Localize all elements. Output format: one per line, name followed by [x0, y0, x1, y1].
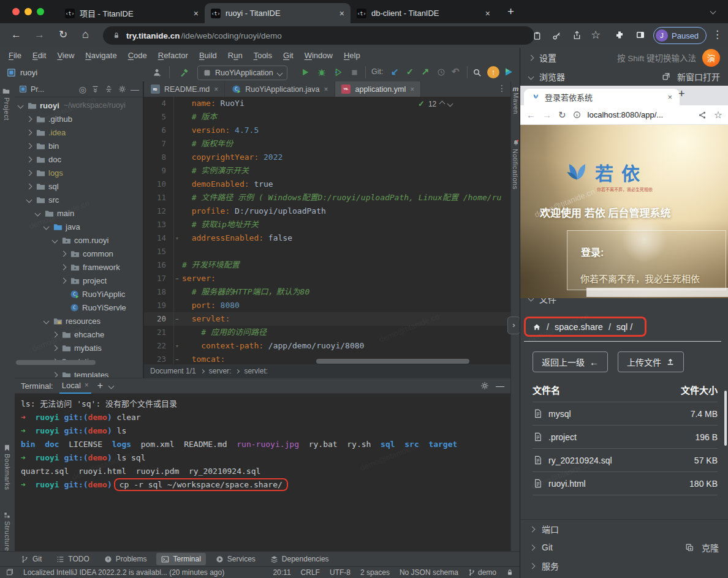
preview-back-icon[interactable]: ←	[526, 110, 536, 120]
upload-button[interactable]: 上传文件	[618, 351, 684, 372]
new-terminal-icon[interactable]: +	[97, 380, 103, 391]
tree-chevron-icon[interactable]	[52, 331, 58, 337]
clipboard-icon[interactable]	[532, 31, 542, 40]
file-row[interactable]: .project196 B	[533, 426, 718, 449]
section-action[interactable]: 克隆	[702, 541, 719, 554]
extensions-puzzle-icon[interactable]	[615, 30, 624, 40]
home-icon[interactable]: ⌂	[82, 29, 89, 40]
build-hammer-icon[interactable]	[179, 67, 189, 77]
toolwindow-services[interactable]: Services	[211, 553, 260, 565]
tree-item-RuoYiApplic[interactable]: CRuoYiApplic	[15, 287, 143, 301]
tree-item-templates[interactable]: templates	[15, 368, 143, 377]
tree-chevron-icon[interactable]	[52, 345, 58, 351]
files-breadcrumb[interactable]: / space.share / sql /	[524, 317, 646, 337]
home-icon[interactable]	[532, 322, 541, 332]
section-settings[interactable]: 设置 按 Shift 键切换输入法 演	[520, 48, 728, 67]
open-new-window-label[interactable]: 新窗口打开	[677, 70, 720, 83]
menu-refactor[interactable]: Refactor	[153, 49, 193, 62]
browser-tab[interactable]: ‹t›db-client - TitanIDE×	[351, 3, 496, 23]
terminal-tab-close-icon[interactable]: ×	[85, 381, 89, 389]
editor-tab-close-icon[interactable]: ×	[410, 85, 414, 94]
url-bar[interactable]: try.titanide.cn/ide/web/coding/ruoyi/dem…	[103, 26, 534, 45]
file-row[interactable]: mysql7.4 MB	[533, 402, 718, 426]
side-panel-icon[interactable]	[635, 30, 645, 40]
project-widget-label[interactable]: ruoyi	[20, 68, 37, 77]
coverage-icon[interactable]	[333, 67, 343, 77]
code-line[interactable]: 16# 开发环境配置	[144, 258, 510, 272]
tree-hscrollbar[interactable]	[16, 360, 96, 365]
profile-paused-chip[interactable]: J Paused	[653, 27, 707, 44]
tree-item-project[interactable]: project	[15, 274, 143, 287]
tree-item-logs[interactable]: logs	[15, 166, 143, 179]
section-服务[interactable]: 服务	[520, 557, 728, 575]
git-push-icon[interactable]: ↗	[422, 66, 430, 77]
code-line[interactable]: 4name: RuoYi	[144, 97, 510, 110]
update-notification-icon[interactable]: ↑	[487, 66, 499, 78]
code-line[interactable]: 9# 实例演示开关	[144, 164, 510, 178]
tree-chevron-icon[interactable]	[26, 170, 32, 176]
code-line[interactable]: 6version: 4.7.5	[144, 124, 510, 137]
key-icon[interactable]	[552, 31, 561, 40]
tree-chevron-icon[interactable]	[26, 197, 32, 203]
tree-item-com.ruoyi[interactable]: com.ruoyi	[15, 233, 143, 247]
tree-chevron-icon[interactable]	[61, 277, 67, 283]
crumb-folder[interactable]: space.share	[555, 322, 603, 332]
status-message[interactable]: Localized IntelliJ IDEA 2022.2.2 is avai…	[23, 568, 224, 577]
code-line[interactable]: 13# 获取ip地址开关	[144, 218, 510, 231]
code-line[interactable]: 20−servlet:	[144, 312, 510, 326]
status-item[interactable]: 2 spaces	[360, 568, 390, 577]
login-input[interactable]	[586, 288, 728, 297]
tree-chevron-icon[interactable]	[26, 129, 32, 135]
tab-list-chevron-icon[interactable]	[710, 9, 716, 15]
editor-tab-close-icon[interactable]: ×	[324, 85, 328, 94]
hide-panel-icon[interactable]: —	[131, 84, 139, 94]
tree-item-mybatis[interactable]: mybatis	[15, 341, 143, 355]
code-line[interactable]: 11# 文件路径 示例 ( Windows配置D:/ruoyi/uploadPa…	[144, 191, 510, 205]
forward-icon[interactable]: →	[34, 29, 45, 40]
tab-close-icon[interactable]: ×	[339, 9, 344, 18]
status-item[interactable]: UTF-8	[330, 568, 351, 577]
git-update-icon[interactable]: ↙	[391, 66, 399, 77]
preview-star-icon[interactable]: ☆	[714, 109, 722, 121]
tree-chevron-icon[interactable]	[26, 183, 32, 189]
tab-close-icon[interactable]: ×	[485, 9, 490, 18]
status-window-icon[interactable]	[6, 568, 13, 577]
editor-tab-close-icon[interactable]: ×	[214, 85, 218, 94]
demo-badge[interactable]: 演	[702, 49, 720, 67]
code-line[interactable]: 15	[144, 245, 510, 258]
tree-item-src[interactable]: src	[15, 193, 143, 206]
user-icon[interactable]	[152, 67, 162, 77]
inspections-widget[interactable]: ✓ 12	[418, 99, 452, 108]
browser-tab[interactable]: ‹t›ruoyi - TitanIDE×	[205, 3, 351, 23]
tree-chevron-icon[interactable]	[35, 210, 41, 216]
terminal-gear-icon[interactable]	[480, 381, 490, 391]
menu-tools[interactable]: Tools	[249, 49, 277, 62]
run-configuration-select[interactable]: RuoYiApplication	[197, 66, 287, 80]
tree-chevron-icon[interactable]	[26, 143, 32, 149]
reload-icon[interactable]: ↻	[59, 29, 67, 40]
stripe-tab-project[interactable]: Project	[2, 86, 10, 121]
status-item[interactable]: No JSON schema	[400, 568, 458, 577]
editor-tab[interactable]: CRuoYiApplication.java×	[225, 81, 335, 97]
menu-edit[interactable]: Edit	[28, 49, 51, 62]
tree-item-main[interactable]: main	[15, 206, 143, 220]
tree-chevron-icon[interactable]	[18, 102, 24, 108]
toolwindow-dependencies[interactable]: Dependencies	[265, 553, 334, 565]
back-up-button[interactable]: 返回上一级←	[533, 351, 608, 372]
panel-gear-icon[interactable]	[117, 84, 127, 94]
tree-item-doc[interactable]: doc	[15, 152, 143, 166]
tree-item-common[interactable]: common	[15, 247, 143, 260]
stripe-tab-bookmarks[interactable]: Bookmarks	[2, 443, 11, 490]
traffic-close-icon[interactable]	[12, 8, 20, 15]
back-icon[interactable]: ←	[11, 29, 21, 40]
editor-tab[interactable]: MDREADME.md×	[144, 81, 225, 97]
share-icon[interactable]	[572, 30, 582, 40]
tree-chevron-icon[interactable]	[52, 372, 58, 377]
traffic-minimize-icon[interactable]	[25, 8, 32, 15]
code-line[interactable]: 5# 版本	[144, 110, 510, 124]
editor-tab[interactable]: YMLapplication.yml×	[335, 81, 422, 97]
section-Git[interactable]: Git克隆	[520, 538, 728, 557]
tab-close-icon[interactable]: ×	[194, 9, 199, 18]
preview-tab[interactable]: 登录若依系统 ×	[524, 89, 680, 105]
git-commit-icon[interactable]: ✓	[406, 67, 414, 77]
